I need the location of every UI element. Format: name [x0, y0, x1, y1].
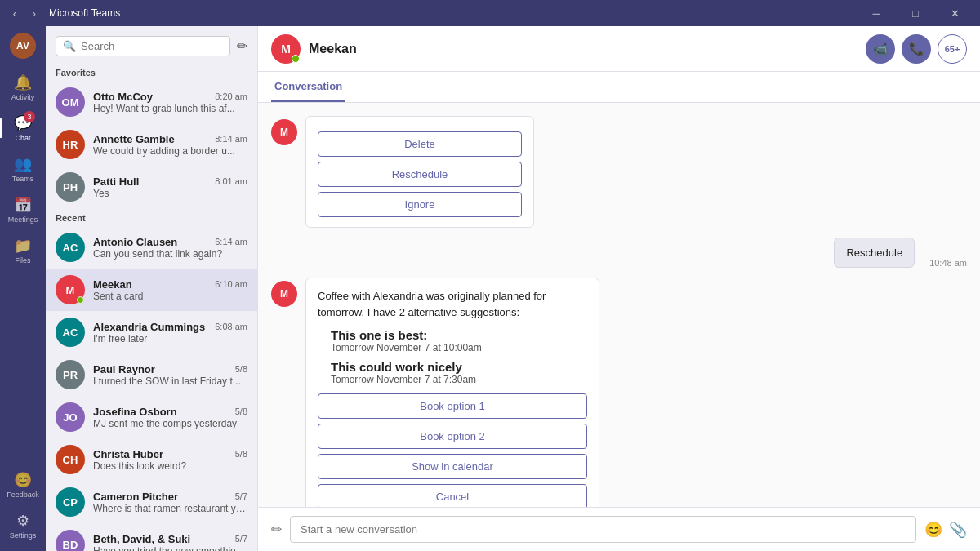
chat-info: Otto McCoy 8:20 am Hey! Want to grab lun…	[93, 91, 247, 114]
search-box[interactable]: 🔍	[56, 36, 230, 56]
avatar: CP	[56, 487, 85, 517]
sidebar-item-files[interactable]: 📁 Files	[0, 232, 46, 269]
close-button[interactable]: ✕	[936, 0, 973, 26]
list-item[interactable]: BD Beth, David, & Suki 5/7 Have you trie…	[46, 523, 257, 551]
sidebar: 🔍 ✏ Favorites OM Otto McCoy 8:20 am Hey!…	[46, 26, 258, 551]
options-list: This one is best: Tomorrow November 7 at…	[318, 328, 587, 385]
list-item-meekan[interactable]: M Meekan 6:10 am Sent a card	[46, 269, 257, 311]
list-item[interactable]: PR Paul Raynor 5/8 I turned the SOW in l…	[46, 353, 257, 396]
avatar: AC	[56, 233, 85, 262]
settings-icon: ⚙	[16, 512, 29, 530]
message-input[interactable]	[290, 516, 916, 543]
sidebar-item-meetings[interactable]: 📅 Meetings	[0, 191, 46, 229]
avatar: PH	[56, 172, 85, 202]
list-item[interactable]: JO Josefina Osborn 5/8 MJ sent me the co…	[46, 396, 257, 438]
audio-call-button[interactable]: 📞	[902, 34, 931, 64]
search-input[interactable]	[81, 40, 223, 52]
title-bar: ‹ › Microsoft Teams ─ □ ✕	[0, 0, 980, 26]
tab-bar: Conversation	[258, 72, 980, 103]
list-item[interactable]: HR Annette Gamble 8:14 am We could try a…	[46, 123, 257, 166]
reschedule-button[interactable]: Reschedule	[318, 162, 522, 187]
sidebar-item-activity[interactable]: 🔔 Activity	[0, 69, 46, 106]
message-row-right: Reschedule 10:48 am	[271, 238, 967, 268]
favorites-label: Favorites	[46, 63, 257, 81]
sidebar-item-chat[interactable]: 💬 3 Chat	[0, 109, 46, 147]
chat-info: Meekan 6:10 am Sent a card	[93, 278, 247, 302]
book-option2-button[interactable]: Book option 2	[318, 424, 587, 449]
avatar: AC	[56, 318, 85, 347]
minimize-button[interactable]: ─	[858, 0, 895, 26]
activity-icon: 🔔	[14, 73, 32, 91]
delete-button[interactable]: Delete	[318, 131, 522, 157]
list-item[interactable]: CH Christa Huber 5/8 Does this look weir…	[46, 438, 257, 481]
app-container: AV 🔔 Activity 💬 3 Chat 👥 Teams 📅 Meeting…	[0, 26, 980, 551]
chat-info: Antonio Clausen 6:14 am Can you send tha…	[93, 236, 247, 260]
avatar: BD	[56, 530, 85, 551]
book-option1-button[interactable]: Book option 1	[318, 393, 587, 419]
message-time: 10:48 am	[929, 258, 967, 268]
video-call-button[interactable]: 📹	[866, 34, 895, 64]
avatar: PR	[56, 360, 85, 389]
participants-button[interactable]: 65+	[938, 34, 967, 64]
chat-header-name: Meekan	[309, 42, 357, 56]
list-item[interactable]: CP Cameron Pitcher 5/7 Where is that ram…	[46, 481, 257, 523]
compose-icon: ✏	[271, 522, 282, 537]
new-chat-icon[interactable]: ✏	[237, 38, 247, 54]
avatar: M	[56, 275, 85, 304]
input-actions: 😊 📎	[924, 521, 967, 539]
message-card-2: Coffee with Alexandria was originally pl…	[305, 278, 599, 507]
tab-conversation[interactable]: Conversation	[271, 72, 345, 102]
list-item[interactable]: PH Patti Hull 8:01 am Yes	[46, 166, 257, 208]
emoji-button[interactable]: 😊	[924, 521, 942, 539]
card2-intro: Coffee with Alexandria was originally pl…	[318, 288, 587, 320]
message-card-1: Delete Reschedule Ignore	[305, 116, 534, 228]
header-actions: 📹 📞 65+	[866, 34, 967, 64]
message-row: M Delete Reschedule Ignore	[271, 116, 967, 228]
chat-icon: 💬 3	[14, 114, 32, 132]
message-row: M Coffee with Alexandria was originally …	[271, 278, 967, 507]
cancel-button[interactable]: Cancel	[318, 484, 587, 507]
nav-back-button[interactable]: ‹	[7, 5, 23, 21]
chat-info: Annette Gamble 8:14 am We could try addi…	[93, 133, 247, 157]
favorites-list: OM Otto McCoy 8:20 am Hey! Want to grab …	[46, 81, 257, 551]
chat-info: Christa Huber 5/8 Does this look weird?	[93, 448, 247, 472]
list-item: This one is best: Tomorrow November 7 at…	[331, 328, 587, 353]
chat-info: Patti Hull 8:01 am Yes	[93, 176, 247, 199]
files-icon: 📁	[14, 237, 32, 255]
sidebar-item-settings[interactable]: ⚙ Settings	[7, 507, 39, 544]
meetings-icon: 📅	[14, 196, 32, 214]
list-item[interactable]: AC Alexandria Cummings 6:08 am I'm free …	[46, 311, 257, 353]
left-rail: AV 🔔 Activity 💬 3 Chat 👥 Teams 📅 Meeting…	[0, 26, 46, 551]
list-item[interactable]: AC Antonio Clausen 6:14 am Can you send …	[46, 226, 257, 269]
chat-header-avatar: M	[271, 34, 301, 64]
chat-info: Beth, David, & Suki 5/7 Have you tried t…	[93, 533, 247, 552]
chat-info: Alexandria Cummings 6:08 am I'm free lat…	[93, 321, 247, 344]
nav-forward-button[interactable]: ›	[26, 5, 42, 21]
maximize-button[interactable]: □	[897, 0, 934, 26]
online-status-indicator	[292, 55, 300, 63]
messages-area: M Delete Reschedule Ignore Reschedule 10…	[258, 103, 980, 507]
avatar: JO	[56, 402, 85, 432]
app-title: Microsoft Teams	[49, 7, 120, 19]
list-item[interactable]: OM Otto McCoy 8:20 am Hey! Want to grab …	[46, 81, 257, 123]
show-calendar-button[interactable]: Show in calendar	[318, 454, 587, 479]
message-input-area: ✏ 😊 📎	[258, 507, 980, 551]
avatar: HR	[56, 130, 85, 159]
online-indicator	[77, 296, 84, 304]
sidebar-item-feedback[interactable]: 😊 Feedback	[7, 466, 39, 504]
option2-sub: Tomorrow November 7 at 7:30am	[331, 374, 587, 385]
ignore-button[interactable]: Ignore	[318, 192, 522, 217]
chat-info: Josefina Osborn 5/8 MJ sent me the comps…	[93, 406, 247, 429]
search-icon: 🔍	[63, 40, 76, 52]
sent-message-reschedule: Reschedule	[834, 238, 915, 268]
title-bar-nav: ‹ ›	[7, 5, 42, 21]
attach-button[interactable]: 📎	[949, 521, 967, 539]
sidebar-item-teams[interactable]: 👥 Teams	[0, 150, 46, 188]
chat-header: M Meekan 📹 📞 65+	[258, 26, 980, 72]
bot-avatar: M	[271, 119, 297, 145]
avatar: CH	[56, 445, 85, 474]
avatar[interactable]: AV	[10, 33, 36, 59]
chat-info: Cameron Pitcher 5/7 Where is that ramen …	[93, 491, 247, 514]
teams-icon: 👥	[14, 155, 32, 173]
title-bar-left: ‹ › Microsoft Teams	[7, 5, 120, 21]
